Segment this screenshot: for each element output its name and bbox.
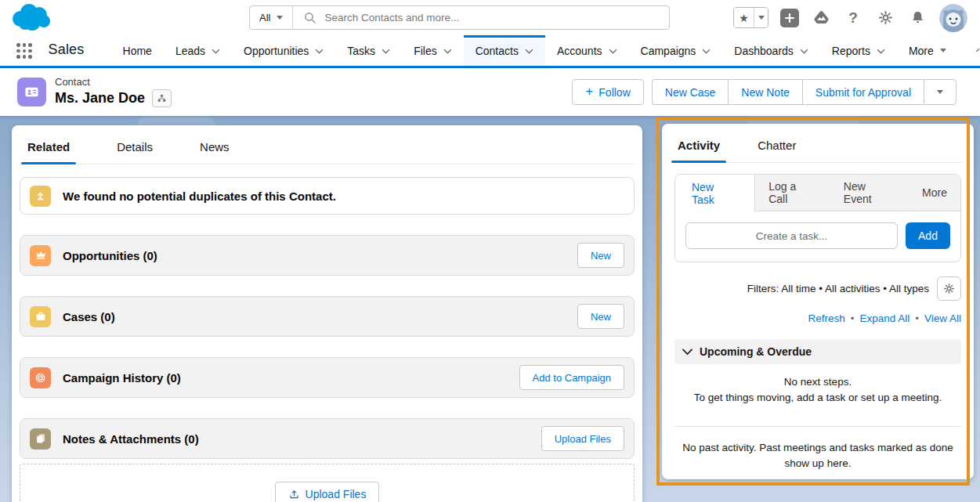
- edit-nav-pencil-icon[interactable]: [975, 43, 980, 57]
- upload-files-button[interactable]: Upload Files: [275, 482, 380, 502]
- chevron-down-icon: [609, 49, 617, 54]
- activity-tabs: Activity Chatter: [674, 124, 961, 163]
- new-note-button[interactable]: New Note: [728, 79, 801, 105]
- chevron-down-icon: [443, 49, 452, 54]
- nav-tab-more[interactable]: More: [897, 35, 958, 66]
- panel-divider: [674, 426, 961, 427]
- activity-links-row: Refresh • Expand All • View All: [674, 312, 961, 324]
- record-actions: + Follow New Case New Note Submit for Ap…: [572, 79, 956, 105]
- trailhead-icon[interactable]: [811, 8, 831, 28]
- tab-new-event[interactable]: New Event: [830, 175, 909, 211]
- chevron-down-icon: [525, 49, 533, 54]
- related-list-title: Notes & Attachments (0): [63, 432, 199, 446]
- related-list-cases[interactable]: Cases (0) New: [20, 296, 635, 337]
- contact-entity-icon: [17, 78, 46, 107]
- notifications-bell-icon[interactable]: [907, 8, 928, 28]
- salesforce-logo: [8, 2, 55, 33]
- nav-tab-tasks[interactable]: Tasks: [335, 35, 402, 66]
- nav-tab-dashboards[interactable]: Dashboards: [722, 35, 820, 66]
- upcoming-overdue-section-header[interactable]: Upcoming & Overdue: [674, 339, 961, 364]
- header-icons: ★ ?: [733, 0, 967, 35]
- chevron-down-icon: [800, 49, 808, 54]
- add-task-button[interactable]: Add: [906, 222, 950, 249]
- app-launcher-waffle-icon[interactable]: [14, 41, 34, 61]
- follow-button[interactable]: + Follow: [572, 79, 643, 105]
- favorites-star-icon[interactable]: ★: [734, 8, 754, 27]
- favorites-button: ★: [733, 7, 768, 28]
- search-scope-label: All: [259, 12, 270, 23]
- nav-tab-campaigns[interactable]: Campaigns: [629, 35, 723, 66]
- filters-gear-icon[interactable]: [937, 276, 961, 301]
- duplicates-card: We found no potential duplicates of this…: [20, 177, 635, 215]
- opportunities-new-button[interactable]: New: [577, 243, 624, 268]
- cases-new-button[interactable]: New: [577, 304, 624, 329]
- filters-summary: Filters: All time • All activities • All…: [747, 283, 929, 294]
- view-all-link[interactable]: View All: [924, 312, 961, 324]
- related-list-title: Opportunities (0): [63, 249, 157, 262]
- note-icon: [30, 428, 51, 450]
- no-past-activity-message: No past activity. Past meetings and task…: [674, 440, 961, 471]
- case-icon: [30, 306, 51, 327]
- search-scope-dropdown[interactable]: All: [250, 6, 293, 29]
- record-entity-label: Contact: [55, 76, 172, 88]
- duplicate-check-icon: [30, 186, 51, 207]
- view-hierarchy-icon[interactable]: [152, 89, 172, 107]
- record-action-group: New Case New Note Submit for Approval: [652, 79, 956, 105]
- related-list-campaign-history[interactable]: Campaign History (0) Add to Campaign: [20, 357, 635, 398]
- create-task-input[interactable]: [685, 222, 898, 249]
- duplicates-message: We found no potential duplicates of this…: [63, 190, 336, 203]
- record-header: Contact Ms. Jane Doe + Follow N: [0, 68, 980, 116]
- tab-new-task[interactable]: New Task: [675, 175, 755, 211]
- chevron-down-icon: [702, 49, 711, 54]
- search-scope-caret-icon: [277, 16, 283, 20]
- tab-news[interactable]: News: [200, 125, 230, 164]
- more-caret-icon: [940, 49, 946, 52]
- activity-composer: New Task Log a Call New Event More Add: [674, 174, 961, 262]
- chevron-down-icon: [877, 49, 885, 54]
- nav-tab-files[interactable]: Files: [402, 35, 464, 66]
- related-list-opportunities[interactable]: Opportunities (0) New: [20, 235, 635, 276]
- refresh-link[interactable]: Refresh: [808, 312, 844, 324]
- new-case-button[interactable]: New Case: [652, 79, 729, 105]
- user-avatar[interactable]: [939, 4, 967, 32]
- nav-tab-opportunities[interactable]: Opportunities: [232, 35, 335, 66]
- expand-all-link[interactable]: Expand All: [859, 312, 909, 324]
- opportunity-icon: [30, 245, 51, 266]
- related-list-title: Campaign History (0): [63, 371, 181, 385]
- favorites-caret-icon[interactable]: [754, 8, 768, 27]
- record-main-panel: Related Details News We found no potenti…: [12, 125, 642, 502]
- tab-activity[interactable]: Activity: [678, 124, 720, 162]
- tab-log-a-call[interactable]: Log a Call: [755, 175, 830, 211]
- help-icon[interactable]: ?: [843, 8, 863, 28]
- add-to-campaign-button[interactable]: Add to Campaign: [519, 365, 624, 390]
- nav-tab-accounts[interactable]: Accounts: [545, 35, 629, 66]
- search-input[interactable]: [316, 12, 669, 23]
- more-actions-caret-button[interactable]: [924, 79, 956, 105]
- salesforce-page: All ★ ?: [0, 0, 980, 502]
- submit-for-approval-button[interactable]: Submit for Approval: [802, 79, 924, 105]
- notes-upload-files-button[interactable]: Upload Files: [541, 426, 624, 451]
- tab-chatter[interactable]: Chatter: [758, 124, 796, 162]
- nav-tab-contacts[interactable]: Contacts: [464, 35, 545, 66]
- chevron-down-icon: [682, 349, 693, 356]
- link-separator: •: [915, 312, 919, 324]
- global-actions-plus-icon[interactable]: [780, 9, 799, 27]
- tab-related[interactable]: Related: [27, 125, 70, 164]
- tab-details[interactable]: Details: [117, 125, 153, 164]
- search-icon: [304, 12, 316, 24]
- setup-gear-icon[interactable]: [875, 8, 895, 28]
- upload-icon: [288, 489, 300, 500]
- chevron-down-icon: [212, 49, 220, 54]
- nav-tab-reports[interactable]: Reports: [820, 35, 897, 66]
- tab-more[interactable]: More: [909, 175, 960, 211]
- nav-tab-home[interactable]: Home: [111, 35, 164, 66]
- chevron-down-icon: [382, 49, 390, 54]
- related-list-notes-attachments[interactable]: Notes & Attachments (0) Upload Files: [20, 418, 635, 459]
- nav-tabs: Home Leads Opportunities Tasks Files Con…: [111, 35, 958, 66]
- no-next-steps-message: No next steps. To get things moving, add…: [674, 374, 961, 405]
- plus-icon: +: [585, 84, 593, 99]
- main-tabs: Related Details News: [20, 125, 635, 164]
- activity-filters-row: Filters: All time • All activities • All…: [674, 276, 961, 301]
- nav-tab-leads[interactable]: Leads: [164, 35, 232, 66]
- file-drop-zone[interactable]: Upload Files: [20, 464, 635, 502]
